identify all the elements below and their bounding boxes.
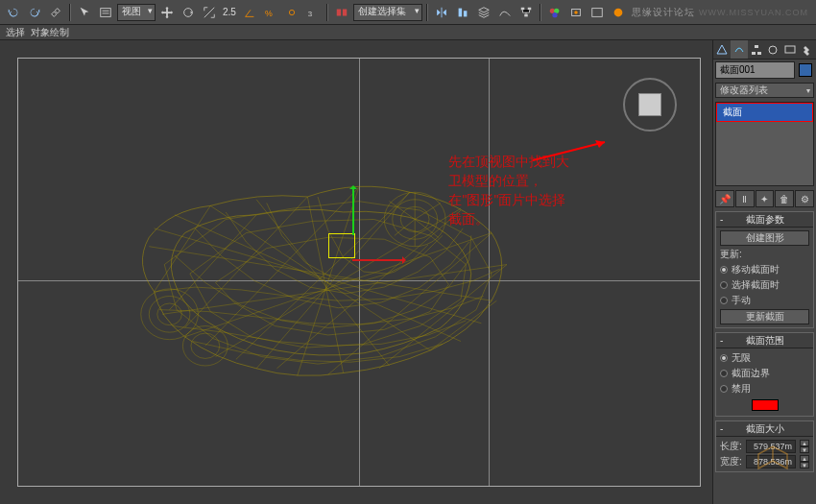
svg-rect-5	[337, 9, 341, 15]
svg-point-14	[552, 12, 557, 17]
modifier-stack[interactable]: 截面	[715, 102, 814, 186]
redo-icon[interactable]	[25, 3, 44, 22]
tab-modify[interactable]	[731, 40, 748, 59]
width-label: 宽度:	[720, 455, 742, 468]
svg-rect-9	[521, 7, 525, 10]
object-name-field[interactable]: 截面001	[715, 61, 795, 79]
snap-toggle-icon[interactable]	[282, 3, 301, 22]
viewport-top[interactable]	[17, 58, 701, 487]
mirror-icon[interactable]	[432, 3, 451, 22]
spinner-value: 2.5	[223, 7, 236, 17]
rollout-section-params: 截面参数 创建图形 更新: 移动截面时 选择截面时 手动 更新截面	[715, 211, 814, 328]
radio-on-select[interactable]: 选择截面时	[720, 278, 809, 292]
svg-rect-17	[592, 8, 603, 16]
tutorial-arrow	[528, 136, 614, 165]
radio-section-boundary[interactable]: 截面边界	[720, 367, 809, 380]
snap-percent-icon[interactable]: %	[261, 3, 280, 22]
spin-down-icon[interactable]: ▼	[800, 462, 809, 468]
modifier-stack-item[interactable]: 截面	[716, 103, 813, 122]
curve-editor-icon[interactable]	[495, 3, 515, 22]
spin-down-icon[interactable]: ▼	[800, 446, 809, 453]
radio-off[interactable]: 禁用	[720, 382, 809, 396]
rotate-icon[interactable]	[179, 3, 198, 22]
snap-angle-icon[interactable]	[240, 3, 259, 22]
viewcube[interactable]	[623, 78, 677, 132]
svg-text:3: 3	[308, 9, 313, 17]
svg-rect-7	[459, 8, 463, 16]
svg-rect-31	[785, 46, 795, 53]
configure-icon[interactable]: ⚙	[795, 190, 814, 207]
svg-rect-8	[464, 11, 468, 16]
named-sel-icon[interactable]	[332, 3, 351, 22]
section-gizmo-rect[interactable]	[328, 233, 355, 258]
svg-rect-0	[101, 8, 111, 16]
svg-point-20	[150, 297, 191, 333]
tab-motion[interactable]	[764, 40, 781, 59]
view-dropdown[interactable]: 视图	[117, 4, 156, 21]
subbar-select[interactable]: 选择	[6, 26, 25, 39]
radio-on-move[interactable]: 移动截面时	[720, 263, 809, 276]
command-tabs	[713, 40, 816, 60]
svg-point-3	[289, 10, 294, 14]
material-icon[interactable]	[545, 3, 564, 22]
modifier-list-dropdown[interactable]: 修改器列表	[715, 83, 814, 98]
svg-point-18	[614, 8, 623, 16]
radio-manual[interactable]: 手动	[720, 294, 809, 307]
rollout-header[interactable]: 截面范围	[716, 333, 813, 348]
tab-hierarchy[interactable]	[748, 40, 765, 59]
svg-rect-27	[755, 45, 758, 48]
corner-watermark-icon	[749, 435, 797, 483]
selection-set-dropdown[interactable]: 创建选择集	[353, 4, 422, 21]
spin-up-icon[interactable]: ▲	[800, 440, 809, 446]
section-color-swatch[interactable]	[752, 399, 779, 411]
stack-buttons: 📌 Ⅱ ✦ 🗑 ⚙	[715, 190, 814, 207]
undo-icon[interactable]	[4, 3, 23, 22]
svg-point-21	[157, 303, 182, 325]
svg-rect-29	[757, 52, 761, 55]
update-section-button[interactable]: 更新截面	[720, 309, 809, 324]
svg-rect-10	[528, 7, 532, 10]
length-label: 长度:	[720, 440, 742, 453]
select-name-icon[interactable]	[96, 3, 115, 22]
svg-rect-28	[752, 52, 756, 55]
rollout-section-extent: 截面范围 无限 截面边界 禁用	[715, 332, 814, 417]
sub-toolbar: 选择 对象绘制	[0, 25, 816, 40]
unique-icon[interactable]: ✦	[756, 190, 775, 207]
show-end-icon[interactable]: Ⅱ	[735, 190, 755, 207]
snap-3d-icon[interactable]: 3	[303, 3, 323, 22]
layers-icon[interactable]	[474, 3, 493, 22]
svg-rect-6	[343, 9, 347, 15]
svg-point-16	[574, 11, 578, 14]
create-shape-button[interactable]: 创建图形	[720, 230, 809, 246]
svg-point-19	[141, 289, 199, 340]
schematic-icon[interactable]	[516, 3, 536, 22]
scale-icon[interactable]	[200, 3, 219, 22]
spin-up-icon[interactable]: ▲	[800, 455, 809, 462]
render-icon[interactable]	[609, 3, 628, 22]
gizmo-y-axis[interactable]	[352, 187, 354, 235]
radio-infinite[interactable]: 无限	[720, 351, 809, 365]
svg-point-30	[769, 46, 777, 54]
link-icon[interactable]	[46, 3, 65, 22]
gizmo-x-axis[interactable]	[352, 259, 404, 261]
watermark: 思缘设计论坛WWW.MISSYUAN.COM	[632, 6, 808, 19]
subbar-paint[interactable]: 对象绘制	[31, 26, 69, 39]
pin-stack-icon[interactable]: 📌	[715, 190, 734, 207]
align-icon[interactable]	[453, 3, 472, 22]
select-icon[interactable]	[75, 3, 94, 22]
svg-rect-11	[524, 13, 528, 16]
tab-create[interactable]	[713, 40, 731, 59]
tab-display[interactable]	[781, 40, 799, 59]
tab-utilities[interactable]	[799, 40, 816, 59]
remove-mod-icon[interactable]: 🗑	[775, 190, 794, 207]
object-color-swatch[interactable]	[799, 63, 812, 77]
render-setup-icon[interactable]	[566, 3, 586, 22]
move-icon[interactable]	[157, 3, 177, 22]
svg-text:%: %	[265, 8, 273, 17]
rollout-header[interactable]: 截面参数	[716, 212, 813, 228]
render-frame-icon[interactable]	[588, 3, 607, 22]
update-group-label: 更新:	[720, 248, 809, 261]
